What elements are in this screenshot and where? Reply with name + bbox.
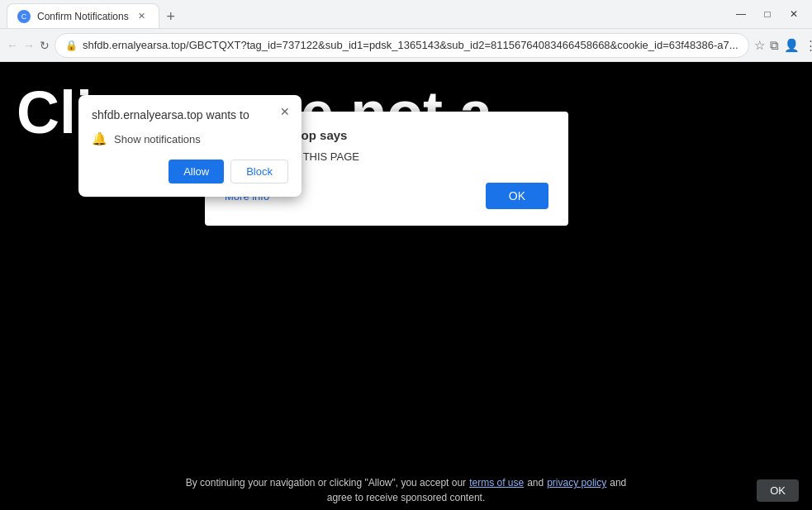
bottom-text-before: By continuing your navigation or clickin…: [186, 477, 466, 489]
tab-close-button[interactable]: ✕: [135, 10, 149, 23]
tab-favicon: C: [17, 10, 31, 23]
window-controls: — □ ✕: [729, 2, 805, 26]
bottom-bar: By continuing your navigation or clickin…: [0, 470, 812, 510]
profile-button[interactable]: 👤: [784, 34, 800, 57]
allow-button[interactable]: Allow: [169, 160, 224, 184]
bottom-line-1: By continuing your navigation or clickin…: [186, 477, 627, 489]
new-tab-button[interactable]: +: [159, 5, 183, 28]
extensions-button[interactable]: ⧉: [770, 34, 779, 57]
browser-window: C Confirm Notifications ✕ + — □ ✕ ← → ↻ …: [0, 0, 812, 510]
tab-title: Confirm Notifications: [37, 11, 129, 22]
permission-buttons: Allow Block: [92, 160, 288, 184]
close-button[interactable]: ✕: [782, 2, 805, 26]
forward-button[interactable]: →: [23, 34, 35, 57]
url-text: shfdb.ernalyearsa.top/GBCTQXT?tag_id=737…: [83, 39, 738, 51]
notification-label: Show notifications: [114, 133, 201, 145]
bottom-ok-button[interactable]: OK: [757, 479, 799, 502]
permission-title: shfdb.ernalyearsa.top wants to: [92, 108, 288, 122]
permission-close-button[interactable]: ✕: [277, 103, 293, 120]
address-bar[interactable]: 🔒 shfdb.ernalyearsa.top/GBCTQXT?tag_id=7…: [55, 33, 749, 58]
menu-button[interactable]: ⋮: [805, 34, 812, 57]
block-button[interactable]: Block: [230, 160, 288, 184]
alert-ok-button[interactable]: OK: [486, 183, 548, 209]
back-button[interactable]: ←: [7, 34, 18, 57]
lock-icon: 🔒: [65, 40, 78, 51]
bottom-text-after: and: [610, 477, 626, 489]
tab-area: C Confirm Notifications ✕ +: [7, 0, 723, 28]
terms-link[interactable]: terms of use: [469, 477, 524, 489]
permission-item: 🔔 Show notifications: [92, 131, 288, 146]
bottom-line-2: agree to receive sponsored content.: [327, 492, 485, 503]
bottom-text-line2: agree to receive sponsored content.: [327, 492, 485, 503]
refresh-button[interactable]: ↻: [40, 34, 50, 57]
privacy-link[interactable]: privacy policy: [547, 477, 606, 489]
active-tab[interactable]: C Confirm Notifications ✕: [7, 3, 159, 28]
minimize-button[interactable]: —: [729, 2, 753, 26]
page-content: Clic... u are not a ✕ shfdb.ernalyearsa.…: [0, 62, 812, 510]
permission-popup: ✕ shfdb.ernalyearsa.top wants to 🔔 Show …: [78, 95, 302, 197]
title-bar: C Confirm Notifications ✕ + — □ ✕: [0, 0, 812, 29]
bottom-and: and: [527, 477, 544, 489]
nav-bar: ← → ↻ 🔒 shfdb.ernalyearsa.top/GBCTQXT?ta…: [0, 29, 812, 62]
bell-icon: 🔔: [92, 131, 107, 146]
maximize-button[interactable]: □: [756, 2, 779, 26]
bookmark-button[interactable]: ☆: [754, 34, 765, 57]
